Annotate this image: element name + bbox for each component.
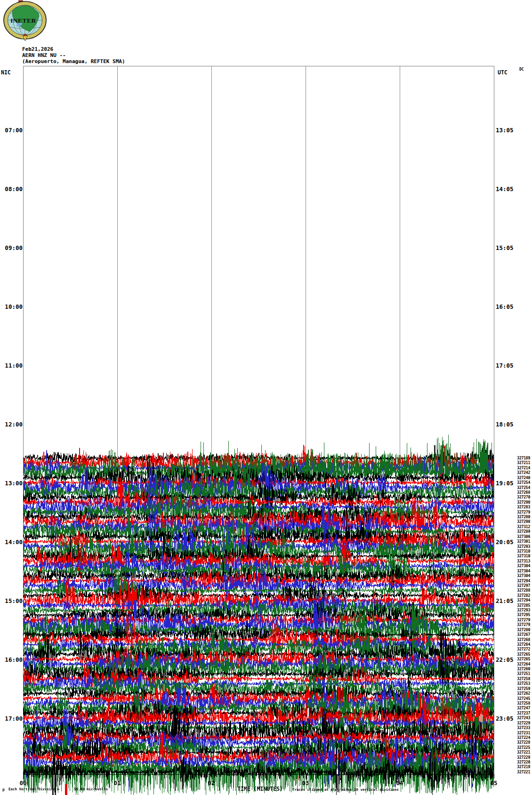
x-tick-label: 03 bbox=[299, 779, 312, 787]
dc-value: 327279 bbox=[514, 623, 530, 627]
dc-value: 327262 bbox=[514, 691, 530, 696]
dc-value: 327268 bbox=[514, 490, 530, 495]
x-tick bbox=[400, 775, 400, 779]
nic-time-label: 13:00 bbox=[0, 480, 23, 487]
nic-time-label: 17:00 bbox=[0, 715, 23, 722]
nic-time-label: 09:00 bbox=[0, 245, 23, 251]
helicorder-page: INETER Feb21,2026 AERN HNZ NU -- (Aeropu… bbox=[0, 0, 532, 795]
nic-time-label: 16:00 bbox=[0, 657, 23, 663]
dc-value: 327285 bbox=[514, 603, 530, 608]
utc-time-label: 13:05 bbox=[496, 127, 524, 134]
utc-time-label: 18:05 bbox=[496, 421, 524, 428]
dc-value: 327301 bbox=[514, 539, 530, 544]
dc-value: 327297 bbox=[514, 584, 530, 588]
dc-value: 327229 bbox=[514, 721, 530, 725]
header-date: Feb21,2026 bbox=[22, 46, 53, 52]
dc-value: 327264 bbox=[514, 642, 530, 647]
dc-value: 327225 bbox=[514, 746, 530, 750]
left-axis-label: NIC bbox=[1, 69, 11, 76]
dc-value: 327294 bbox=[514, 598, 530, 602]
x-tick-label: 02 bbox=[205, 779, 218, 787]
x-tick bbox=[494, 775, 494, 779]
dc-value: 327294 bbox=[514, 579, 530, 583]
dc-value: 327310 bbox=[514, 554, 530, 558]
dc-value: 327295 bbox=[514, 613, 530, 617]
x-tick-label: 00 bbox=[16, 779, 30, 787]
right-axis-label: UTC bbox=[498, 69, 508, 76]
dc-value: 327265 bbox=[514, 652, 530, 657]
dc-value: 327306 bbox=[514, 535, 530, 539]
dc-value: 327245 bbox=[514, 697, 530, 701]
dc-value: 327313 bbox=[514, 559, 530, 563]
x-tick bbox=[447, 775, 447, 779]
dc-value: 327214 bbox=[514, 466, 530, 470]
dc-value: 327253 bbox=[514, 682, 530, 686]
dc-value: 327280 bbox=[514, 628, 530, 632]
utc-time-label: 17:05 bbox=[496, 362, 524, 369]
nic-time-label: 14:00 bbox=[0, 539, 23, 546]
x-tick bbox=[258, 775, 259, 779]
ineter-logo: INETER bbox=[1, 0, 49, 43]
dc-value: 327260 bbox=[514, 667, 530, 671]
dc-value: 327304 bbox=[514, 569, 530, 573]
dc-value: 327259 bbox=[514, 687, 530, 691]
utc-time-label: 14:05 bbox=[496, 186, 524, 193]
dc-value: 327282 bbox=[514, 594, 530, 598]
dc-value: 327231 bbox=[514, 731, 530, 735]
dc-value: 327290 bbox=[514, 520, 530, 524]
dc-value: 327228 bbox=[514, 740, 530, 745]
dc-value: 327312 bbox=[514, 525, 530, 529]
dc-value: 327254 bbox=[514, 481, 530, 485]
header-station: AERN HNZ NU -- bbox=[22, 52, 66, 58]
dc-value: 327279 bbox=[514, 510, 530, 514]
dc-value: 327288 bbox=[514, 588, 530, 593]
nic-time-label: 07:00 bbox=[0, 127, 23, 134]
dc-value: 327243 bbox=[514, 716, 530, 720]
x-tick-label: 01 bbox=[111, 779, 124, 787]
dc-value: 327219 bbox=[514, 765, 530, 769]
x-tick bbox=[117, 775, 118, 779]
dc-value: 327310 bbox=[514, 549, 530, 554]
scale-bar bbox=[65, 784, 67, 795]
x-tick bbox=[353, 775, 353, 779]
dc-value: 327279 bbox=[514, 618, 530, 622]
utc-time-label: 16:05 bbox=[496, 304, 524, 310]
nic-time-label: 10:00 bbox=[0, 304, 23, 310]
dc-value: 327224 bbox=[514, 736, 530, 740]
dc-value: 327254 bbox=[514, 486, 530, 490]
nic-time-label: 12:00 bbox=[0, 421, 23, 428]
x-tick-label: 04 bbox=[393, 779, 406, 787]
x-tick-label: 05 bbox=[487, 779, 500, 787]
dc-value: 327290 bbox=[514, 500, 530, 505]
dc-value: 327264 bbox=[514, 662, 530, 667]
dc-value: 327293 bbox=[514, 545, 530, 549]
dc-value: 327268 bbox=[514, 638, 530, 642]
dc-value: 327247 bbox=[514, 706, 530, 710]
dc-value: 327265 bbox=[514, 657, 530, 661]
dc-value: 327304 bbox=[514, 564, 530, 568]
dc-value: 327272 bbox=[514, 647, 530, 651]
dc-value: 327233 bbox=[514, 726, 530, 730]
dc-value: 327211 bbox=[514, 461, 530, 465]
dc-value: 327304 bbox=[514, 574, 530, 578]
dc-value: 327229 bbox=[514, 755, 530, 760]
dc-value: 327237 bbox=[514, 711, 530, 715]
dc-value: 327270 bbox=[514, 495, 530, 499]
dc-column-label: DC bbox=[519, 67, 524, 72]
header-location: (Aeropuerto, Managua, REFTEK SMA) bbox=[22, 58, 125, 64]
nic-time-label: 15:00 bbox=[0, 598, 23, 604]
x-tick bbox=[164, 775, 165, 779]
dc-value: 327221 bbox=[514, 770, 530, 774]
dc-value: 327189 bbox=[514, 456, 530, 460]
x-axis-title: TIME (MINUTES) bbox=[237, 786, 283, 792]
clip-note: Traces clipped at plus/minus 20 vertical… bbox=[292, 787, 399, 792]
dc-value: 327280 bbox=[514, 515, 530, 519]
x-tick bbox=[211, 775, 212, 779]
logo-text: INETER bbox=[10, 17, 36, 24]
dc-value: 327293 bbox=[514, 608, 530, 612]
dc-value: 327289 bbox=[514, 530, 530, 534]
dc-value: 327258 bbox=[514, 677, 530, 681]
seismogram-traces bbox=[23, 66, 494, 795]
nic-time-label: 08:00 bbox=[0, 186, 23, 193]
dc-value: 327242 bbox=[514, 471, 530, 475]
